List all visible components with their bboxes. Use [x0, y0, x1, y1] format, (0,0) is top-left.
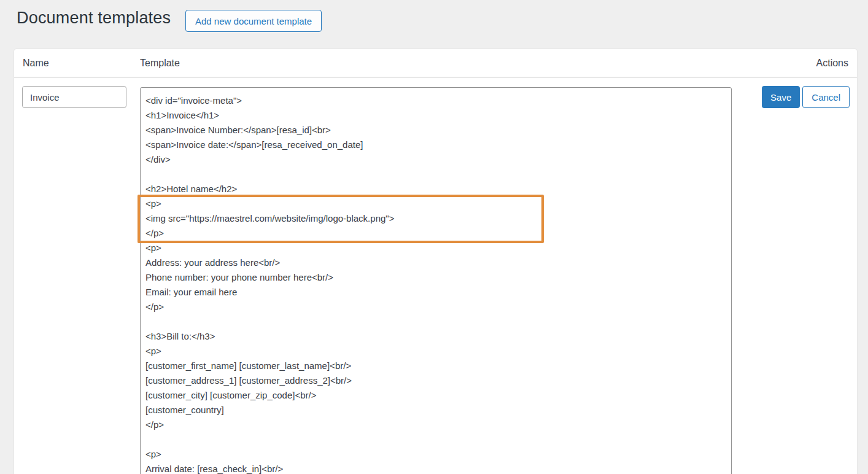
cancel-button[interactable]: Cancel: [802, 86, 850, 108]
document-templates-page: Document templates Add new document temp…: [0, 0, 868, 474]
save-button[interactable]: Save: [762, 86, 800, 108]
add-new-document-template-button[interactable]: Add new document template: [185, 10, 322, 32]
column-header-template: Template: [140, 58, 734, 69]
column-header-actions: Actions: [734, 58, 857, 69]
name-cell: [22, 86, 140, 108]
page-title: Document templates: [17, 9, 171, 28]
template-name-input[interactable]: [22, 86, 126, 108]
table-header-row: Name Template Actions: [14, 49, 857, 78]
template-row: <div id="invoice-meta"> <h1>Invoice</h1>…: [14, 78, 857, 474]
templates-table: Name Template Actions <div id="invoice-m…: [14, 49, 857, 474]
template-cell: <div id="invoice-meta"> <h1>Invoice</h1>…: [140, 86, 732, 474]
column-header-name: Name: [14, 58, 140, 69]
template-content-textarea[interactable]: <div id="invoice-meta"> <h1>Invoice</h1>…: [140, 87, 732, 474]
actions-cell: Save Cancel: [732, 86, 850, 108]
